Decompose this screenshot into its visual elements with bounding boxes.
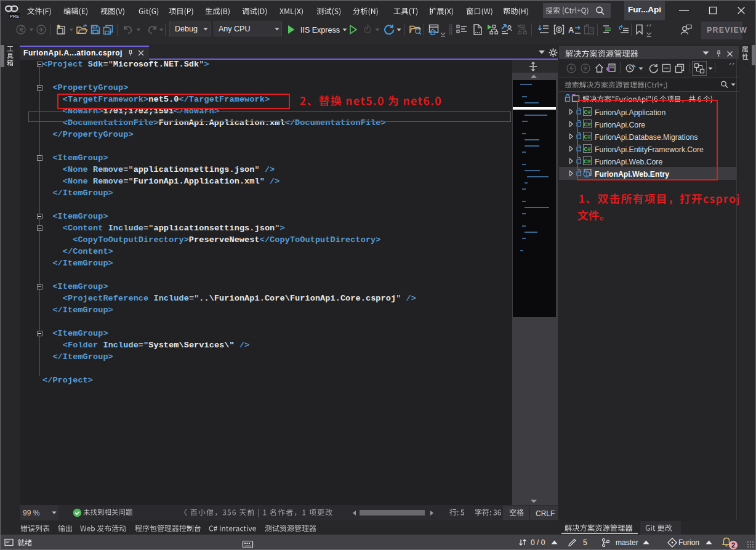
svg-text:PRE: PRE xyxy=(10,14,19,19)
svg-text:A: A xyxy=(568,25,574,34)
